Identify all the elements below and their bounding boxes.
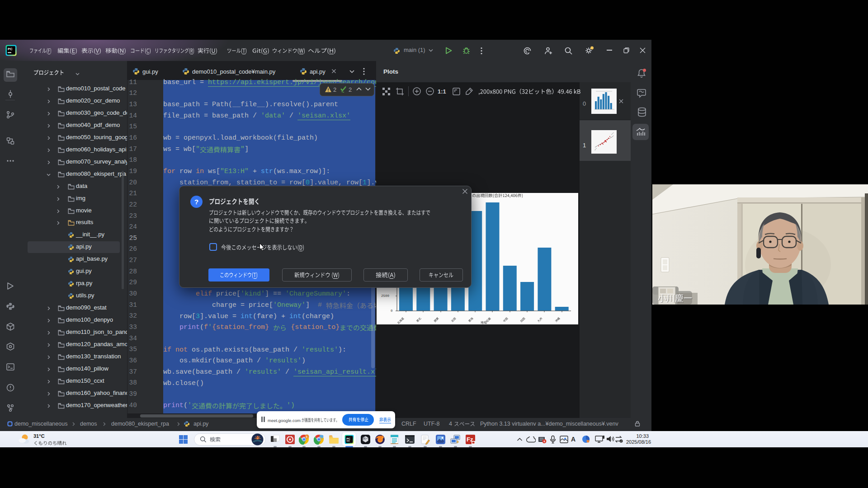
svg-text:PC: PC [8, 47, 13, 51]
svg-text:PC: PC [347, 437, 351, 440]
